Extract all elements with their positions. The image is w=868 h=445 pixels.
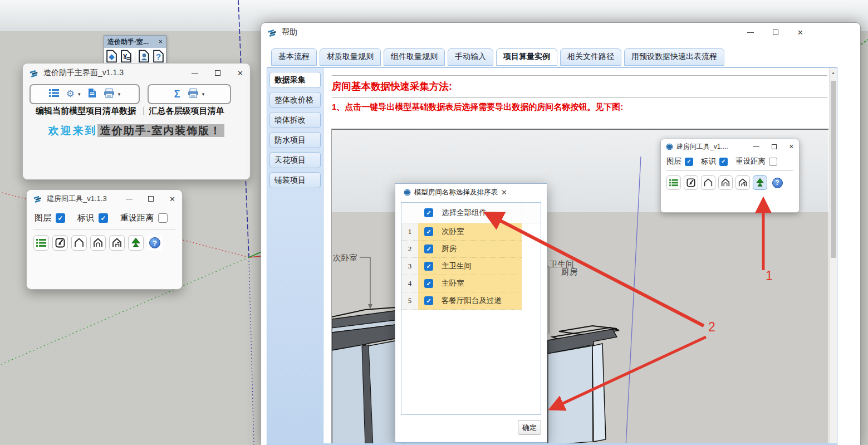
vertical-scrollbar[interactable]: ▲ — [829, 68, 837, 445]
window-titlebar[interactable]: 帮助 ✕ — [261, 23, 860, 42]
close-icon: ✕ — [501, 188, 507, 197]
desktop: 造价助手-室... ✕ ◆ ¥ ? — [0, 0, 868, 445]
minimize-icon[interactable] — [747, 32, 754, 33]
dialog-logo-icon — [404, 189, 411, 196]
printer-dropdown-caret-icon[interactable]: ▾ — [118, 91, 121, 97]
tab-component-rules[interactable]: 组件取量规则 — [384, 48, 445, 66]
divider — [332, 97, 827, 97]
app-logo-icon — [33, 194, 42, 203]
room-list-button[interactable] — [33, 235, 49, 251]
minimize-icon[interactable] — [192, 73, 198, 74]
house-exit-button — [735, 175, 750, 190]
window-titlebar[interactable]: 造价助手主界面_v1.1.3 ✕ — [23, 63, 250, 82]
question-page-icon[interactable]: ? — [151, 49, 165, 63]
layer-checkbox[interactable]: ✓ — [56, 213, 65, 223]
document-icon[interactable] — [88, 88, 96, 100]
tool-buttons-row: ? — [661, 171, 799, 194]
row-number: 5 — [401, 292, 418, 310]
welcome-prefix: 欢迎来到 — [48, 125, 97, 136]
diamond-page-icon[interactable]: ◆ — [105, 49, 119, 63]
row-number: 2 — [401, 241, 418, 258]
tool-buttons-row: ? — [27, 229, 182, 256]
room-tool-window: 建房间工具_v1.1.3 ✕ 图层 ✓ 标识 ✓ 重设距离 — [26, 189, 183, 290]
tab-material-rules[interactable]: 材质取量规则 — [320, 48, 381, 66]
sum-icon[interactable]: Σ — [174, 89, 180, 100]
app-logo-icon — [268, 28, 277, 37]
room-row: 3 ✓ 主卫生间 — [401, 258, 541, 275]
printer-icon[interactable] — [104, 89, 115, 100]
side-tab-data-collection[interactable]: 数据采集 — [269, 72, 321, 88]
gear-dropdown-caret-icon[interactable]: ▾ — [78, 91, 81, 97]
layer-checkbox: ✓ — [685, 158, 693, 166]
room-list-button — [666, 175, 681, 190]
window-title: 建房间工具_v1.... — [676, 142, 728, 151]
maximize-icon[interactable] — [148, 196, 154, 202]
edit-room-button — [684, 175, 698, 190]
close-icon[interactable]: ✕ — [797, 29, 803, 36]
edit-model-data-label: 编辑当前模型项目清单数据 — [30, 106, 142, 116]
scrollbar-thumb[interactable] — [831, 81, 836, 258]
row-number: 3 — [401, 258, 418, 275]
toolbar-titlebar[interactable]: 造价助手-室... ✕ — [104, 36, 166, 48]
side-tab-wall-demolition[interactable]: 墙体拆改 — [269, 112, 321, 128]
room-row: 1 ✓ 次卧室 — [401, 223, 541, 241]
side-tab-ceiling[interactable]: 天花项目 — [269, 152, 321, 168]
window-titlebar[interactable]: 建房间工具_v1.1.3 ✕ — [27, 190, 182, 208]
room-label-bedroom2: 次卧室 — [333, 253, 357, 263]
mark-checkbox[interactable]: ✓ — [99, 213, 108, 223]
toolbar-buttons: ◆ ¥ ? — [104, 48, 166, 65]
gear-icon[interactable]: ⚙ — [66, 89, 75, 99]
side-tab-paving[interactable]: 铺装项目 — [269, 172, 321, 188]
help-tabbar: 基本流程 材质取量规则 组件取量规则 手动输入 项目算量实例 相关文件路径 用预… — [261, 42, 860, 66]
tab-file-paths[interactable]: 相关文件路径 — [560, 48, 621, 66]
divider — [332, 75, 827, 76]
list-header-row: ✓ 选择全部组件 — [401, 203, 541, 223]
minimize-icon[interactable] — [126, 199, 133, 199]
house-exit-button[interactable] — [109, 235, 125, 251]
tab-basic-flow[interactable]: 基本流程 — [271, 48, 317, 66]
panel-labels: 编辑当前模型项目清单数据 汇总各层级项目清单 — [23, 104, 250, 116]
close-icon[interactable]: ✕ — [237, 70, 243, 77]
side-tab-waterproof[interactable]: 防水项目 — [269, 132, 321, 148]
side-tab-price-change[interactable]: 整体改价格 — [269, 92, 321, 108]
reset-distance-checkbox[interactable] — [158, 213, 168, 223]
welcome-highlight: 造价助手-室内装饰版！ — [97, 124, 224, 137]
layer-checkbox-label: 图层 — [35, 213, 51, 223]
printer-dropdown-caret-icon[interactable]: ▾ — [202, 91, 205, 97]
yen-list-page-icon[interactable]: ¥ — [119, 49, 133, 63]
tab-manual-input[interactable]: 手动输入 — [448, 48, 493, 66]
room-row: 2 ✓ 厨房 — [401, 241, 541, 258]
help-button[interactable]: ? — [147, 235, 163, 251]
tab-project-example[interactable]: 项目算量实例 — [496, 48, 557, 66]
summary-panel: Σ ▾ — [148, 84, 231, 104]
summary-label: 汇总各层级项目清单 — [145, 106, 228, 116]
checkbox-row: 图层 ✓ 标识 ✓ 重设距离 — [27, 208, 182, 229]
scroll-up-icon[interactable]: ▲ — [830, 71, 837, 75]
dialog-titlebar: 模型房间名称选择及排序表 ✕ — [395, 184, 547, 201]
edit-room-button[interactable] — [52, 235, 68, 251]
room-checkbox: ✓ — [424, 262, 433, 271]
ok-button: 确定 — [518, 420, 541, 435]
window-title: 帮助 — [282, 27, 297, 37]
tab-preset-flow[interactable]: 用预设数据快速出表流程 — [624, 48, 724, 66]
toolbar-separator — [135, 51, 135, 61]
printer-icon[interactable] — [188, 89, 199, 100]
export-up-arrow-button[interactable] — [128, 235, 144, 251]
home-button[interactable] — [90, 235, 106, 251]
close-icon[interactable]: ✕ — [158, 39, 163, 45]
reset-distance-checkbox-label: 重设距离 — [120, 213, 154, 223]
label-divider — [143, 107, 144, 115]
maximize-icon[interactable] — [215, 70, 220, 76]
list-icon[interactable] — [49, 89, 59, 100]
page-title: 房间基本数据快速采集方法: — [332, 80, 452, 93]
toolbar-title: 造价助手-室... — [107, 37, 149, 47]
user-page-icon[interactable] — [137, 49, 151, 63]
inner-room-tool-window: 建房间工具_v1.... ✕ 图层 ✓ 标识 — [660, 139, 800, 213]
house-outline-button[interactable] — [71, 235, 87, 251]
export-up-arrow-button — [753, 175, 767, 190]
maximize-icon — [772, 144, 777, 149]
maximize-icon[interactable] — [773, 30, 778, 35]
select-all-checkbox: ✓ — [424, 208, 433, 217]
help-icon: ? — [772, 178, 783, 188]
close-icon[interactable]: ✕ — [169, 195, 175, 203]
